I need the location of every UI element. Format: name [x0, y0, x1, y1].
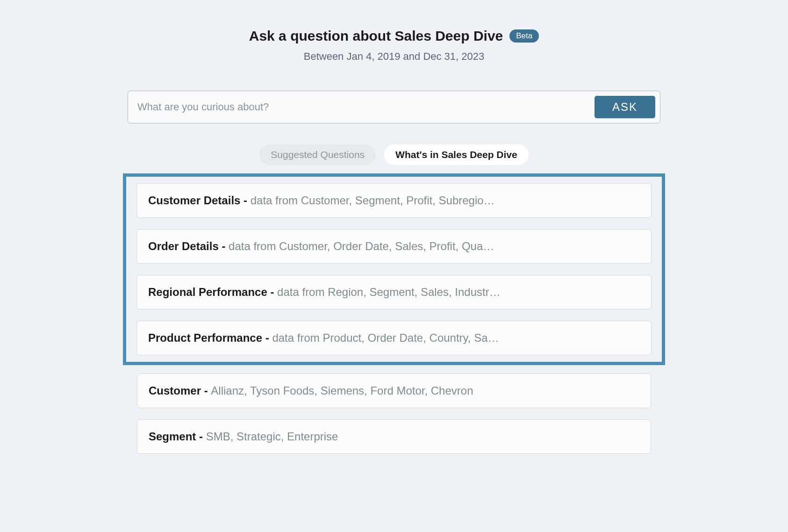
card-customer-details[interactable]: Customer Details - data from Customer, S…	[136, 183, 652, 218]
card-desc: data from Customer, Segment, Profit, Sub…	[251, 194, 495, 207]
tab-whats-in[interactable]: What's in Sales Deep Dive	[384, 144, 529, 165]
card-title: Order Details -	[148, 240, 229, 252]
card-title: Customer Details -	[148, 194, 251, 207]
search-input[interactable]	[137, 96, 595, 118]
ask-button[interactable]: ASK	[595, 96, 655, 118]
highlighted-items-box: Customer Details - data from Customer, S…	[123, 173, 665, 365]
beta-badge: Beta	[509, 29, 539, 43]
card-desc: SMB, Strategic, Enterprise	[206, 430, 338, 443]
card-desc: data from Customer, Order Date, Sales, P…	[229, 240, 494, 252]
card-title: Segment -	[149, 430, 206, 443]
card-title: Customer -	[149, 384, 211, 397]
card-order-details[interactable]: Order Details - data from Customer, Orde…	[136, 229, 652, 264]
card-desc: Allianz, Tyson Foods, Siemens, Ford Moto…	[211, 384, 473, 397]
search-bar: ASK	[128, 91, 660, 123]
card-title: Product Performance -	[148, 331, 272, 344]
card-desc: data from Region, Segment, Sales, Indust…	[277, 286, 501, 298]
card-segment[interactable]: Segment - SMB, Strategic, Enterprise	[137, 419, 651, 454]
card-product-performance[interactable]: Product Performance - data from Product,…	[136, 321, 652, 355]
page-title: Ask a question about Sales Deep Dive	[249, 28, 503, 44]
card-customer[interactable]: Customer - Allianz, Tyson Foods, Siemens…	[137, 374, 651, 408]
card-desc: data from Product, Order Date, Country, …	[272, 331, 499, 344]
card-regional-performance[interactable]: Regional Performance - data from Region,…	[136, 275, 652, 309]
card-title: Regional Performance -	[148, 286, 277, 298]
tab-suggested-questions[interactable]: Suggested Questions	[259, 144, 376, 165]
date-range: Between Jan 4, 2019 and Dec 31, 2023	[90, 50, 698, 63]
